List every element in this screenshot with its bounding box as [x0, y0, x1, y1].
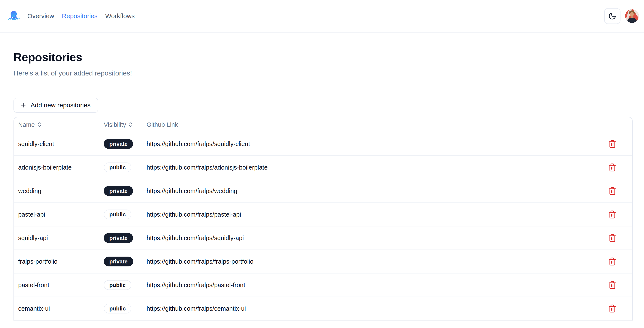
main-content: Repositories Here's a list of your added…: [0, 50, 644, 321]
add-repositories-button[interactable]: Add new repositories: [14, 98, 98, 113]
delete-repository-button[interactable]: [607, 303, 618, 314]
visibility-badge: public: [104, 163, 131, 172]
trash-icon: [608, 163, 616, 172]
repo-github-link: https://github.com/fralps/cemantix-ui: [146, 305, 598, 312]
visibility-badge: private: [104, 186, 133, 196]
trash-icon: [608, 304, 616, 313]
repo-visibility-cell: private: [104, 139, 146, 149]
table-body: squidly-client private https://github.co…: [14, 132, 632, 321]
visibility-badge: public: [104, 280, 131, 290]
repo-visibility-cell: public: [104, 280, 146, 290]
repo-github-link: https://github.com/fralps/squidly-client: [146, 140, 598, 148]
repo-actions-cell: [598, 280, 632, 291]
repo-actions-cell: [598, 138, 632, 149]
repo-name: pastel-front: [14, 282, 104, 289]
repo-actions-cell: [598, 232, 632, 244]
top-navigation-bar: Overview Repositories Workflows: [0, 0, 644, 32]
table-row: pastel-api public https://github.com/fra…: [14, 203, 632, 226]
repo-github-link: https://github.com/fralps/wedding: [146, 188, 598, 195]
delete-repository-button[interactable]: [607, 280, 618, 291]
table-row: pastel-front public https://github.com/f…: [14, 274, 632, 297]
delete-repository-button[interactable]: [607, 232, 618, 244]
repo-name: adonisjs-boilerplate: [14, 164, 104, 171]
repo-actions-cell: [598, 209, 632, 220]
repo-visibility-cell: private: [104, 186, 146, 196]
repo-visibility-cell: public: [104, 210, 146, 219]
repo-actions-cell: [598, 185, 632, 197]
repo-github-link: https://github.com/fralps/squidly-api: [146, 235, 598, 242]
repo-name: squidly-client: [14, 140, 104, 148]
moon-icon: [608, 12, 616, 20]
repo-github-link: https://github.com/fralps/pastel-front: [146, 282, 598, 289]
main-nav: Overview Repositories Workflows: [28, 12, 135, 20]
column-header-visibility[interactable]: Visibility: [104, 121, 146, 128]
repo-visibility-cell: public: [104, 163, 146, 172]
chevrons-up-down-icon: [128, 122, 134, 128]
column-header-github-link: Github Link: [146, 121, 598, 128]
delete-repository-button[interactable]: [607, 162, 618, 173]
theme-toggle-button[interactable]: [604, 8, 620, 24]
visibility-badge: public: [104, 304, 131, 314]
chevrons-up-down-icon: [36, 122, 42, 128]
repo-github-link: https://github.com/fralps/pastel-api: [146, 211, 598, 218]
repo-actions-cell: [598, 162, 632, 173]
trash-icon: [608, 234, 616, 242]
repo-name: pastel-api: [14, 211, 104, 218]
repo-visibility-cell: private: [104, 233, 146, 243]
user-avatar[interactable]: [625, 9, 639, 23]
column-label: Visibility: [104, 121, 126, 128]
topbar-right: [604, 8, 639, 24]
table-row: wedding private https://github.com/fralp…: [14, 179, 632, 203]
delete-repository-button[interactable]: [607, 185, 618, 197]
column-label: Github Link: [146, 121, 178, 128]
repo-name: wedding: [14, 188, 104, 195]
visibility-badge: private: [104, 139, 133, 149]
repo-name: cemantix-ui: [14, 305, 104, 312]
delete-repository-button[interactable]: [607, 256, 618, 267]
nav-repositories[interactable]: Repositories: [62, 12, 98, 20]
table-row: squidly-client private https://github.co…: [14, 132, 632, 156]
repo-name: fralps-portfolio: [14, 258, 104, 265]
repo-visibility-cell: private: [104, 257, 146, 266]
table-row: fralps-portfolio private https://github.…: [14, 250, 632, 274]
table-row: cemantix-ui public https://github.com/fr…: [14, 297, 632, 321]
trash-icon: [608, 257, 616, 266]
repo-visibility-cell: public: [104, 304, 146, 314]
repo-name: squidly-api: [14, 235, 104, 242]
delete-repository-button[interactable]: [607, 138, 618, 149]
nav-overview[interactable]: Overview: [28, 12, 54, 20]
visibility-badge: private: [104, 257, 133, 266]
trash-icon: [608, 281, 616, 289]
avatar-photo: [625, 9, 639, 23]
add-button-label: Add new repositories: [30, 102, 90, 109]
column-label: Name: [18, 121, 35, 128]
table-row: squidly-api private https://github.com/f…: [14, 226, 632, 250]
repo-github-link: https://github.com/fralps/fralps-portfol…: [146, 258, 598, 265]
repo-actions-cell: [598, 256, 632, 267]
plus-icon: [20, 102, 27, 109]
column-header-name[interactable]: Name: [14, 121, 104, 128]
visibility-badge: private: [104, 233, 133, 243]
page-title: Repositories: [14, 50, 633, 64]
repositories-table: Name Visibility Github Link squidly-clie…: [14, 117, 633, 321]
nav-workflows[interactable]: Workflows: [105, 12, 135, 20]
trash-icon: [608, 210, 616, 219]
repo-github-link: https://github.com/fralps/adonisjs-boile…: [146, 164, 598, 171]
trash-icon: [608, 187, 616, 195]
octopus-logo: [7, 10, 20, 22]
visibility-badge: public: [104, 210, 131, 219]
trash-icon: [608, 140, 616, 148]
delete-repository-button[interactable]: [607, 209, 618, 220]
table-header-row: Name Visibility Github Link: [14, 117, 632, 132]
table-row: adonisjs-boilerplate public https://gith…: [14, 156, 632, 179]
repo-actions-cell: [598, 303, 632, 314]
page-subtitle: Here's a list of your added repositories…: [14, 69, 633, 77]
